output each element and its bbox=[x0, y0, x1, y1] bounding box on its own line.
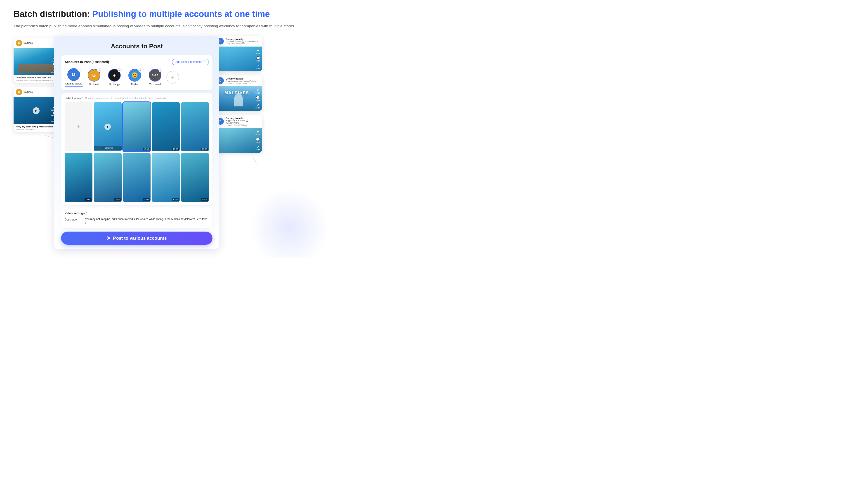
right-video-2: MALDIVES - ♥66.6M 💬98.9K ↗21.5K bbox=[215, 86, 262, 111]
right-card-2-name: Dreamy travels bbox=[225, 77, 260, 80]
account-item-dreamy[interactable]: D ✕ Dreamy travels bbox=[65, 68, 83, 87]
accounts-title: Accounts to Post (6 selected) bbox=[65, 60, 109, 64]
add-videos-button[interactable]: Add videos in batches ⓘ bbox=[172, 59, 209, 65]
title-blue-part: Publishing to multiple accounts at one t… bbox=[92, 9, 270, 19]
accounts-section: Accounts to Post (6 selected) Add videos… bbox=[61, 55, 213, 90]
right-phone-card-2: D Dreamy travels Amazing yoga trip #Mari… bbox=[215, 75, 262, 111]
right-phone-card-3: D Dreamy travels Happy day in Halaveli 🌊… bbox=[215, 115, 262, 153]
account-close-tomtravel[interactable]: ✕ bbox=[159, 68, 162, 72]
video-thumb-6[interactable]: 10:06 bbox=[94, 153, 122, 202]
account-name-gohappy: Go happy bbox=[109, 83, 120, 86]
account-close-emilim[interactable]: ✕ bbox=[138, 68, 142, 72]
right-card-1-desc1: Try to live in sea! 🌊 #MarianRviera bbox=[225, 40, 260, 43]
video-duration-9: 10:06 bbox=[201, 198, 208, 201]
phone-2-header: G Go travel bbox=[13, 87, 59, 97]
account-add-button[interactable]: + bbox=[166, 71, 179, 84]
account-item-emilim[interactable]: 😊 ✕ Emilim bbox=[126, 69, 144, 86]
phone-1-video: ♥16.9M 💬16.6K ↗223.5K bbox=[13, 48, 59, 75]
center-panel: Accounts to Post Accounts to Post (6 sel… bbox=[54, 36, 219, 250]
account-item-gotravel[interactable]: G 56 ✕ Go travel bbox=[85, 69, 103, 86]
phone-2-avatar: G bbox=[16, 89, 22, 95]
right-card-2-desc2: ♪ Hymn To The Sea · James Honer bbox=[225, 82, 260, 84]
right-card-1-name: Dreamy travels bbox=[225, 38, 260, 40]
video-thumb-4[interactable]: 10:06 bbox=[181, 102, 209, 151]
page-title: Batch distribution: Publishing to multip… bbox=[13, 9, 315, 20]
maldives-text: MALDIVES - bbox=[224, 91, 252, 95]
phone-1-avatar: G bbox=[16, 40, 22, 46]
left-phone-cards: G Go trave ♥16.9M 💬16.6K ↗223.5K bbox=[13, 38, 59, 132]
video-add-new[interactable]: + bbox=[65, 102, 92, 151]
phone-2-video: ▶ ♥224.5M 💬116.9K ↗223.5K bbox=[13, 97, 59, 124]
bg-decoration bbox=[250, 188, 329, 258]
right-card-3-desc1: Happy day in Halaveli 🌊 #MarianRviera bbox=[225, 120, 260, 124]
video-thumb-3[interactable]: 10:06 bbox=[152, 102, 180, 151]
phone-2-desc: lucky day about diving! #MarianRviera bbox=[16, 126, 57, 128]
video-grid: + ▶ ⬛ 设置封面 10:06 10:06 bbox=[65, 102, 209, 202]
post-button-label: Post to various accounts bbox=[113, 236, 167, 241]
post-button[interactable]: ➤ Post to various accounts bbox=[61, 232, 213, 245]
right-card-1-desc2: ♪ Hey Jude · the Beatles bbox=[225, 43, 260, 45]
video-thumb-5[interactable]: 10:06 bbox=[65, 153, 92, 202]
right-card-3-name: Dreamy travels bbox=[225, 117, 260, 120]
account-item-tomtravel[interactable]: Saz ✕ Tom travel bbox=[146, 69, 164, 86]
account-name-tomtravel: Tom travel bbox=[149, 83, 161, 86]
description-value: You may not imagine, but I encountered k… bbox=[85, 217, 209, 225]
video-settings-section: Video settings * Description You may not… bbox=[61, 208, 213, 228]
phone-2-name: Go travel bbox=[24, 91, 33, 93]
left-phone-card-2: G Go travel ▶ ♥224.5M 💬116.9K ↗223.5K bbox=[13, 87, 59, 132]
right-phone-card-1: D Dreamy travels Try to live in sea! 🌊 #… bbox=[215, 36, 262, 71]
right-video-3: ♥10.6M 💬16.9K ↗23.1K bbox=[215, 128, 262, 153]
video-duration-4: 10:06 bbox=[201, 148, 208, 151]
video-play-icon: ▶ bbox=[104, 124, 111, 130]
settings-title: Video settings * bbox=[65, 212, 209, 215]
right-phone-cards: D Dreamy travels Try to live in sea! 🌊 #… bbox=[215, 36, 262, 153]
video-duration-5: 10:06 bbox=[85, 198, 92, 201]
video-duration-8: 10:06 bbox=[172, 198, 179, 201]
description-label: Description bbox=[65, 217, 83, 221]
video-thumb-2[interactable]: 10:06 bbox=[123, 102, 151, 151]
phone-1-desc: Constance Halaveli Beach Villa Tour bbox=[16, 76, 57, 79]
phone-1-music: ♪ original sound · MarianRviera · Marian… bbox=[16, 79, 57, 81]
account-tab-indicator-dreamy bbox=[65, 86, 83, 87]
video-duration-3: 10:06 bbox=[172, 148, 179, 151]
video-thumb-cover[interactable]: ▶ ⬛ 设置封面 bbox=[94, 102, 122, 151]
video-thumb-9[interactable]: 10:06 bbox=[181, 153, 209, 202]
video-section: Select video * Continue to add videos to… bbox=[61, 93, 213, 205]
phone-2-music: ♪ One day · Matisyahu bbox=[16, 128, 57, 130]
video-thumb-7[interactable]: 10:06 bbox=[123, 153, 151, 202]
right-card-3-desc2: ♪ Happy · Pharrell Williams bbox=[225, 124, 260, 126]
account-name-gotravel: Go travel bbox=[89, 83, 99, 86]
left-phone-card-1: G Go trave ♥16.9M 💬16.6K ↗223.5K bbox=[13, 38, 59, 83]
title-black-part: Batch distribution: bbox=[13, 9, 92, 19]
phone-1-header: G Go trave bbox=[13, 38, 59, 48]
account-name-emilim: Emilim bbox=[131, 83, 138, 86]
page-subtitle: The platform's batch publishing mode ena… bbox=[13, 23, 315, 29]
account-close-gotravel[interactable]: ✕ bbox=[98, 68, 101, 72]
account-close-gohappy[interactable]: ✕ bbox=[118, 68, 122, 72]
video-duration-6: 10:06 bbox=[114, 198, 121, 201]
account-item-gohappy[interactable]: ♠ 29 ✕ Go happy bbox=[105, 69, 123, 86]
phone-2-play: ▶ bbox=[33, 107, 39, 114]
video-duration-7: 10:06 bbox=[143, 198, 150, 201]
video-duration-2: 10:06 bbox=[143, 148, 150, 151]
right-card-2-desc1: Amazing yoga trip #MarianRviera bbox=[225, 80, 260, 82]
right-video-1: ♥4.5M 💬18.2K ↗3.5K bbox=[215, 46, 262, 71]
video-section-title: Select video * Continue to add videos to… bbox=[65, 96, 209, 100]
account-close-dreamy[interactable]: ✕ bbox=[77, 68, 81, 71]
phone-1-name: Go trave bbox=[24, 42, 33, 44]
video-thumb-8[interactable]: 10:06 bbox=[152, 153, 180, 202]
panel-title: Accounts to Post bbox=[61, 43, 213, 50]
video-cover-label: ⬛ 设置封面 bbox=[94, 146, 122, 150]
account-name-dreamy: Dreamy travels bbox=[65, 82, 82, 85]
post-button-icon: ➤ bbox=[107, 235, 111, 241]
accounts-list: D ✕ Dreamy travels G 56 ✕ Go trave bbox=[65, 68, 209, 87]
